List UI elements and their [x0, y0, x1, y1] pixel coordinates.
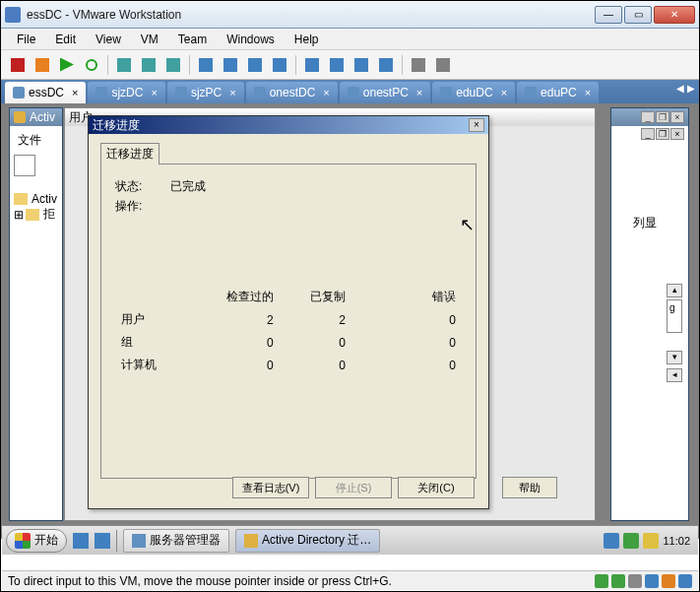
- guest-desktop[interactable]: Activ 文件 Activ ⊞ 拒 用户 帮助: [1, 103, 699, 539]
- tab-close-icon[interactable]: ×: [72, 87, 78, 99]
- close-button[interactable]: ✕: [654, 6, 695, 24]
- row-label: 计算机: [117, 355, 186, 375]
- dialog-tab[interactable]: 迁移进度: [100, 143, 159, 164]
- taskbar-item-server-manager[interactable]: 服务器管理器: [123, 529, 229, 553]
- tab-close-icon[interactable]: ×: [501, 87, 507, 99]
- cell-errors: 0: [351, 309, 460, 330]
- mdi-close-icon[interactable]: ×: [670, 111, 684, 123]
- unity-button[interactable]: [244, 54, 266, 76]
- mdi-close-icon[interactable]: ×: [670, 128, 684, 140]
- col-copied: 已复制: [280, 287, 350, 307]
- show-console-button[interactable]: [195, 54, 217, 76]
- dropdown-button[interactable]: ▾: [667, 351, 682, 364]
- taskbar-separator: [116, 530, 117, 552]
- tab-close-icon[interactable]: ×: [585, 87, 591, 99]
- cell-errors: 0: [351, 355, 460, 375]
- stats-row-computers: 计算机 0 0 0: [117, 355, 460, 375]
- tab-close-icon[interactable]: ×: [229, 87, 235, 99]
- tab-edudc[interactable]: eduDC×: [432, 82, 515, 103]
- view-log-button[interactable]: 查看日志(V): [232, 477, 309, 498]
- scroll-up-button[interactable]: ▴: [667, 284, 682, 297]
- close-dialog-button[interactable]: 关闭(C): [398, 477, 475, 498]
- dialog-titlebar[interactable]: 迁移进度 ×: [89, 116, 488, 134]
- menu-edit[interactable]: Edit: [47, 31, 84, 48]
- manage-snapshots-button[interactable]: [162, 54, 184, 76]
- quicklaunch-icon[interactable]: [95, 533, 110, 549]
- mmc-right-title[interactable]: _ ❐ ×: [611, 108, 688, 126]
- reset-button[interactable]: [81, 54, 102, 76]
- window-title: essDC - VMware Workstation: [27, 8, 595, 22]
- tree-expand-icon[interactable]: ⊞: [14, 208, 24, 222]
- menu-file[interactable]: File: [9, 31, 43, 48]
- menu-view[interactable]: View: [88, 31, 129, 48]
- tab-icon: [13, 87, 25, 99]
- tray-icon[interactable]: [623, 533, 639, 549]
- toolbar-button[interactable]: [14, 155, 35, 176]
- tab-sjzdc[interactable]: sjzDC×: [88, 82, 164, 103]
- suspend-button[interactable]: [32, 54, 53, 76]
- tree-node-label[interactable]: 拒: [43, 206, 55, 223]
- tab-label: onestPC: [363, 86, 409, 99]
- tab-icon: [440, 87, 452, 99]
- menu-help[interactable]: Help: [286, 31, 327, 48]
- quicklaunch-icon[interactable]: [73, 533, 89, 549]
- device-floppy-icon[interactable]: [628, 574, 642, 588]
- tab-sjzpc[interactable]: sjzPC×: [167, 82, 244, 103]
- tray-icon[interactable]: [604, 533, 619, 549]
- device-usb-icon[interactable]: [662, 574, 675, 588]
- menu-bar: File Edit View VM Team Windows Help: [1, 29, 699, 50]
- mdi-restore-icon[interactable]: ❐: [656, 111, 669, 123]
- tree-node-label[interactable]: Activ: [32, 192, 57, 206]
- menu-team[interactable]: Team: [170, 31, 215, 48]
- tab-essdc[interactable]: essDC×: [5, 82, 86, 103]
- tab-close-icon[interactable]: ×: [323, 87, 329, 99]
- cell-errors: 0: [351, 332, 460, 353]
- tray-volume-icon[interactable]: [643, 533, 659, 549]
- col-errors: 错误: [351, 287, 460, 307]
- tab-onestdc[interactable]: onestDC×: [246, 82, 338, 103]
- device-sound-icon[interactable]: [678, 574, 692, 588]
- snapshot-button[interactable]: [113, 54, 135, 76]
- fullscreen-button[interactable]: [220, 54, 241, 76]
- status-label: 状态:: [115, 178, 170, 195]
- tab-edupc[interactable]: eduPC×: [517, 82, 599, 103]
- menu-windows[interactable]: Windows: [219, 31, 283, 48]
- mdi-minimize-icon[interactable]: _: [641, 128, 655, 140]
- system-tray: 11:02: [600, 533, 694, 549]
- file-button-label[interactable]: 文件: [18, 132, 41, 149]
- quickswitch-button[interactable]: [269, 54, 290, 76]
- taskbar-item-admt[interactable]: Active Directory 迁…: [235, 529, 380, 553]
- minimize-button[interactable]: —: [595, 6, 622, 24]
- play-button[interactable]: [56, 54, 78, 76]
- tab-label: sjzPC: [191, 86, 222, 99]
- mdi-restore-icon[interactable]: ❐: [656, 128, 669, 140]
- mmc-title[interactable]: Activ: [10, 108, 62, 126]
- title-bar: essDC - VMware Workstation — ▭ ✕: [1, 1, 699, 29]
- tab-close-icon[interactable]: ×: [151, 87, 157, 99]
- device-network-icon[interactable]: [645, 574, 659, 588]
- summary-button[interactable]: [301, 54, 323, 76]
- scroll-left-button[interactable]: ◂: [667, 368, 682, 382]
- cell-copied: 2: [280, 309, 350, 330]
- sidebar-button[interactable]: [432, 54, 454, 76]
- replay-button[interactable]: [375, 54, 397, 76]
- capture-button[interactable]: [350, 54, 372, 76]
- start-button[interactable]: 开始: [6, 529, 67, 553]
- tray-clock[interactable]: 11:02: [663, 535, 690, 547]
- device-cd-icon[interactable]: [611, 574, 625, 588]
- menu-vm[interactable]: VM: [133, 31, 166, 48]
- converter-button[interactable]: [408, 54, 429, 76]
- revert-button[interactable]: [138, 54, 159, 76]
- tab-onestpc[interactable]: onestPC×: [340, 82, 430, 103]
- tab-overflow-nav[interactable]: ◀ ▶: [676, 83, 695, 94]
- poweroff-button[interactable]: [7, 54, 29, 76]
- dialog-close-button[interactable]: ×: [469, 118, 484, 132]
- tab-close-icon[interactable]: ×: [416, 87, 422, 99]
- start-label: 开始: [34, 532, 58, 549]
- device-disk-icon[interactable]: [595, 574, 608, 588]
- appliance-button[interactable]: [326, 54, 348, 76]
- maximize-button[interactable]: ▭: [624, 6, 652, 24]
- operation-label: 操作:: [115, 198, 170, 215]
- help-button[interactable]: 帮助: [502, 477, 557, 498]
- mdi-minimize-icon[interactable]: _: [641, 111, 655, 123]
